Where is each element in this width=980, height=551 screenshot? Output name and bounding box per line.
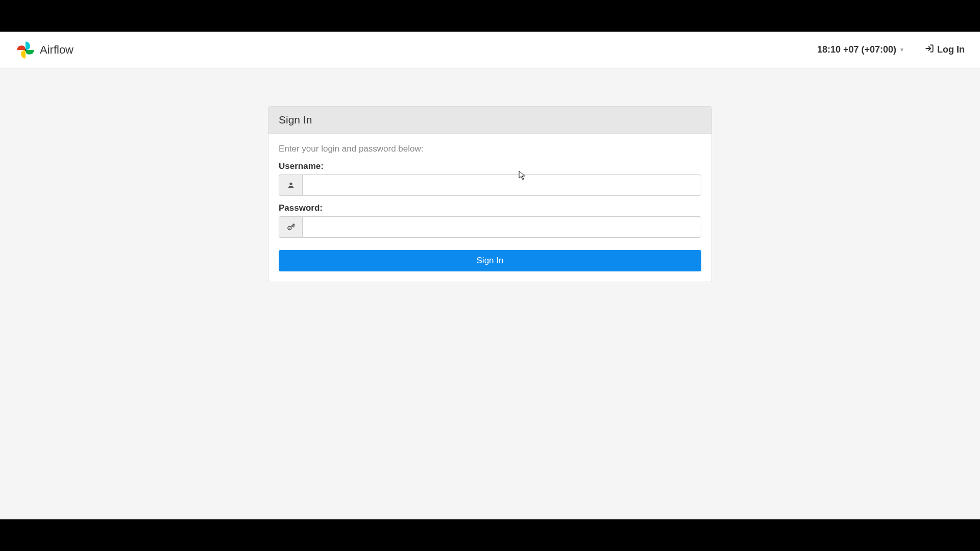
svg-point-2 <box>289 183 292 185</box>
navbar: Airflow 18:10 +07 (+07:00) ▼ Log In <box>0 32 980 68</box>
time-tz-label: 18:10 +07 (+07:00) <box>817 44 896 55</box>
svg-point-0 <box>24 49 26 51</box>
login-icon <box>925 44 934 56</box>
user-icon <box>279 174 302 196</box>
signin-panel: Sign In Enter your login and password be… <box>268 106 712 282</box>
password-input-group <box>279 216 701 238</box>
signin-button[interactable]: Sign In <box>279 250 701 271</box>
brand[interactable]: Airflow <box>15 40 74 60</box>
login-label: Log In <box>937 44 965 55</box>
panel-body: Enter your login and password below: Use… <box>268 134 712 282</box>
username-input-group <box>279 174 701 196</box>
password-input[interactable] <box>302 216 701 238</box>
timezone-selector[interactable]: 18:10 +07 (+07:00) ▼ <box>817 44 904 55</box>
password-label: Password: <box>279 203 701 213</box>
username-label: Username: <box>279 161 701 171</box>
airflow-pinwheel-icon <box>15 40 36 60</box>
svg-point-4 <box>288 228 289 229</box>
username-input[interactable] <box>302 174 701 196</box>
key-icon <box>279 216 302 238</box>
form-intro: Enter your login and password below: <box>279 144 701 154</box>
panel-header: Sign In <box>268 107 712 134</box>
brand-name: Airflow <box>40 43 74 57</box>
panel-title: Sign In <box>279 114 701 126</box>
login-link[interactable]: Log In <box>925 44 965 56</box>
caret-down-icon: ▼ <box>899 47 904 53</box>
